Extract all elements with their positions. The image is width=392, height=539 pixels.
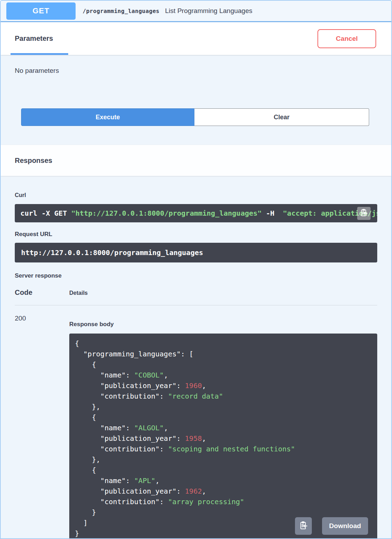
code-line: { [75, 412, 372, 423]
response-table-row: 200 Response body { "programming_languag… [15, 305, 377, 539]
code-line: }, [75, 401, 372, 412]
operation-path: /programming_languages [83, 8, 160, 14]
no-parameters-message: No parameters [1, 55, 391, 75]
copy-response-button[interactable] [295, 517, 312, 535]
curl-command-text[interactable]: curl -X GET "http://127.0.0.1:8000/progr… [20, 209, 377, 217]
parameters-title: Parameters [15, 34, 53, 43]
code-line: "publication_year": 1962, [75, 486, 372, 496]
responses-title: Responses [15, 157, 52, 165]
status-code: 200 [15, 314, 69, 539]
response-details-cell: Response body { "programming_languages":… [69, 314, 377, 539]
code-column-header: Code [15, 288, 69, 297]
request-url-label: Request URL [15, 231, 377, 238]
clipboard-copy-icon [299, 521, 308, 531]
code-line: "programming_languages": [ [75, 349, 372, 359]
code-line: "contribution": "scoping and nested func… [75, 444, 372, 454]
code-line: { [75, 359, 372, 370]
code-line: "contribution": "array processing" [75, 496, 372, 507]
parameters-header: Parameters Cancel [1, 22, 391, 55]
response-body-panel: { "programming_languages": [ { "name": "… [69, 334, 377, 539]
response-table-header: Code Details [15, 288, 377, 305]
copy-curl-button[interactable] [357, 207, 371, 220]
code-line: "name": "ALGOL", [75, 423, 372, 433]
download-button[interactable]: Download [322, 517, 368, 535]
operation-block: GET /programming_languages List Programm… [0, 0, 392, 539]
code-line: { [75, 338, 372, 349]
responses-body: Curl curl -X GET "http://127.0.0.1:8000/… [1, 192, 391, 539]
clipboard-copy-icon [360, 209, 368, 218]
operation-title: List Programming Languages [165, 7, 252, 15]
request-url-bar: http://127.0.0.1:8000/programming_langua… [15, 243, 377, 262]
tab-parameters: Parameters [15, 22, 53, 55]
code-line: "publication_year": 1960, [75, 380, 372, 391]
code-line: "contribution": "record data" [75, 391, 372, 401]
response-json: { "programming_languages": [ { "name": "… [75, 338, 372, 539]
code-line: } [75, 507, 372, 518]
curl-command-bar: curl -X GET "http://127.0.0.1:8000/progr… [15, 204, 377, 222]
response-body-label: Response body [69, 321, 377, 328]
code-line: { [75, 465, 372, 475]
response-panel-buttons: Download [295, 517, 368, 535]
method-badge: GET [6, 2, 76, 20]
cancel-button[interactable]: Cancel [317, 29, 376, 48]
code-line: "name": "COBOL", [75, 370, 372, 380]
curl-label: Curl [15, 192, 377, 198]
clear-button[interactable]: Clear [194, 108, 369, 126]
request-url-text: http://127.0.0.1:8000/programming_langua… [21, 248, 203, 257]
code-line: "publication_year": 1958, [75, 433, 372, 444]
code-line: "name": "APL", [75, 475, 372, 486]
execute-row: Execute Clear [21, 108, 369, 126]
responses-header: Responses [1, 145, 391, 176]
code-line: }, [75, 454, 372, 465]
execute-button[interactable]: Execute [21, 108, 194, 126]
server-response-label: Server response [15, 272, 377, 279]
operation-summary[interactable]: GET /programming_languages List Programm… [1, 1, 391, 22]
details-column-header: Details [69, 290, 88, 296]
